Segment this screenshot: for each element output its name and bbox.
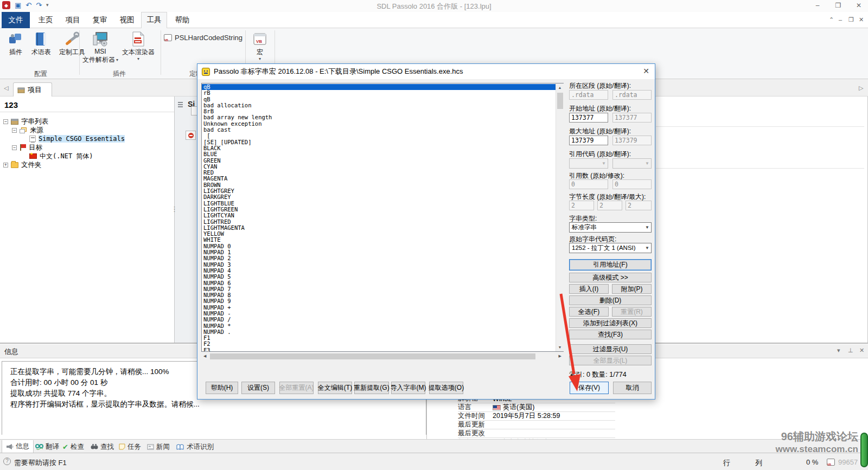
cancel-button[interactable]: 取消 xyxy=(613,382,652,394)
string-list-item[interactable]: LIGHTGREY xyxy=(203,188,563,194)
delete-button[interactable]: 删除(D) xyxy=(569,295,652,305)
insert-button[interactable]: 插入(I) xyxy=(569,284,609,294)
dialog-titlebar[interactable]: Passolo 非标字串宏 2016.12.08 - E:\下载目录\Simpl… xyxy=(197,64,655,79)
tab-home[interactable]: 主页 xyxy=(33,12,59,28)
scroll-up-icon[interactable]: ▲ xyxy=(556,83,564,89)
ref-address-button[interactable]: 引用地址(F) xyxy=(569,259,652,271)
string-list-item[interactable]: Unknown exception xyxy=(203,121,563,127)
string-list-item[interactable]: NUMPAD / xyxy=(203,317,563,323)
horizontal-scrollbar[interactable]: ◀ ▶ xyxy=(201,352,564,360)
tree-node-source[interactable]: − 来源 xyxy=(12,126,43,134)
string-list-item[interactable]: NUMPAD 7 xyxy=(203,286,563,292)
string-list-item[interactable]: NUMPAD 8 xyxy=(203,292,563,298)
string-list-item[interactable]: DARKGREY xyxy=(203,194,563,200)
string-list-item[interactable]: NUMPAD 4 xyxy=(203,268,563,274)
tree-node-source-file[interactable]: Simple CSGO Essentials xyxy=(29,134,125,143)
string-list-item[interactable]: NUMPAD * xyxy=(203,323,563,329)
save-button[interactable]: 保存(V) xyxy=(570,382,609,394)
tab-term-recognition[interactable]: 术语识别 xyxy=(173,440,218,453)
string-list-item[interactable]: MAGENTA xyxy=(203,176,563,182)
close-button[interactable]: ✕ xyxy=(851,0,867,12)
tab-tools[interactable]: 工具 xyxy=(141,12,167,28)
tab-find[interactable]: 查找 xyxy=(87,440,118,453)
scroll-right-icon[interactable]: ▶ xyxy=(559,354,561,358)
glossary-button[interactable]: 术语表 xyxy=(27,30,55,57)
string-type-combo[interactable]: 标准字串▼ xyxy=(569,222,652,233)
tree-node-folders[interactable]: + 文件夹 xyxy=(3,160,42,169)
string-list-item[interactable]: YELLOW xyxy=(203,231,563,237)
string-list-item[interactable]: NUMPAD + xyxy=(203,305,563,311)
string-list-item[interactable]: NUMPAD . xyxy=(203,329,563,335)
string-list-item[interactable]: LIGHTMAGENTA xyxy=(203,225,563,231)
string-list-item[interactable]: GREEN xyxy=(203,158,563,164)
select-all-button[interactable]: 全选(F) xyxy=(569,307,609,317)
tab-help[interactable]: 帮助 xyxy=(169,12,195,28)
full-text-edit-button[interactable]: 全文编辑(T) xyxy=(318,382,352,394)
expand-icon[interactable]: + xyxy=(3,163,8,168)
string-list-item[interactable]: qB xyxy=(202,84,556,90)
settings-button[interactable]: 设置(S) xyxy=(241,382,275,394)
string-list-item[interactable]: NUMPAD 6 xyxy=(203,280,563,286)
string-list-item[interactable]: LIGHTBLUE xyxy=(203,201,563,207)
collapse-icon[interactable]: − xyxy=(3,119,8,124)
help-button[interactable]: 帮助(H) xyxy=(206,382,238,394)
string-list-item[interactable]: NUMPAD 5 xyxy=(203,274,563,280)
advanced-mode-button[interactable]: 高级模式 >> xyxy=(569,273,652,282)
string-list-item[interactable]: LIGHTGREEN xyxy=(203,207,563,213)
chevron-down-icon[interactable]: ▾ xyxy=(837,347,840,354)
tab-view[interactable]: 视图 xyxy=(114,12,140,28)
scrollbar-thumb[interactable] xyxy=(210,353,535,359)
find-button[interactable]: 查找(F3) xyxy=(569,330,652,339)
splitter-handle[interactable]: ⋮ xyxy=(171,205,177,213)
start-address-original-field[interactable] xyxy=(569,113,608,123)
string-list-item[interactable]: WHITE xyxy=(203,237,563,243)
pane-nav-left-icon[interactable]: ◁ xyxy=(4,85,8,92)
max-address-original-field[interactable] xyxy=(569,136,608,145)
tab-project[interactable]: 项目 xyxy=(60,12,86,28)
dialog-close-icon[interactable]: ✕ xyxy=(643,67,649,75)
text-renderer-button[interactable]: 文本渲染器 ▾ xyxy=(120,30,156,61)
string-list-item[interactable]: NUMPAD 9 xyxy=(203,298,563,304)
add-to-filter-list-button[interactable]: 添加到过滤列表(X) xyxy=(569,318,652,328)
import-strings-button[interactable]: 导入字串(M) xyxy=(391,382,425,394)
tree-node-target-language[interactable]: 中文(.NET 简体) xyxy=(29,152,93,160)
panel-close-icon[interactable]: ✕ xyxy=(859,347,864,354)
doc-minimize-icon[interactable]: – xyxy=(839,16,842,23)
re-extract-button[interactable]: 重新提取(G) xyxy=(354,382,389,394)
string-list-item[interactable]: F2 xyxy=(203,341,563,347)
string-list-item[interactable]: NUMPAD 1 xyxy=(203,249,563,255)
plugins-button[interactable]: 插件 xyxy=(3,30,28,57)
tree-node-stringlists[interactable]: − 字串列表 xyxy=(3,117,48,126)
string-list-item[interactable]: BLUE xyxy=(203,151,563,157)
tree-node-target[interactable]: − 目标 xyxy=(12,143,42,152)
string-list-item[interactable]: BROWN xyxy=(203,182,563,188)
string-list-item[interactable]: F1 xyxy=(203,335,563,341)
string-list-item[interactable]: LIGHTRED xyxy=(203,219,563,225)
pane-nav-right-icon[interactable]: ▷ xyxy=(859,85,863,92)
string-list-item[interactable]: NUMPAD - xyxy=(203,311,563,317)
tab-project-pane[interactable]: 项目 xyxy=(13,82,52,97)
string-list-item[interactable]: RED xyxy=(203,170,563,176)
restore-button[interactable]: ❐ xyxy=(830,0,846,12)
extract-options-button[interactable]: 提取选项(O) xyxy=(429,382,463,394)
pin-icon[interactable]: ⊥ xyxy=(848,347,853,354)
tab-review[interactable]: 复审 xyxy=(87,12,113,28)
string-list-item[interactable]: NUMPAD 2 xyxy=(203,255,563,261)
string-list-item[interactable]: F3 xyxy=(203,347,563,352)
string-list-item[interactable]: qB xyxy=(203,96,563,102)
string-list-item[interactable]: CYAN xyxy=(203,164,563,170)
string-list-item[interactable]: [ xyxy=(203,133,563,139)
collapse-icon[interactable]: − xyxy=(12,145,17,150)
tab-news[interactable]: 新闻 xyxy=(143,440,174,453)
append-button[interactable]: 附加(P) xyxy=(612,284,652,294)
string-list-item[interactable]: bad allocation xyxy=(203,102,563,108)
doc-restore-icon[interactable]: ❐ xyxy=(848,16,854,23)
collapse-icon[interactable]: − xyxy=(12,128,17,133)
msi-parser-button[interactable]: MSI 文件解析器▾ xyxy=(82,30,118,65)
vertical-scrollbar[interactable]: ▲ ▼ xyxy=(556,83,564,351)
filter-display-button[interactable]: 过滤显示(U) xyxy=(569,344,652,354)
string-list-item[interactable]: rB xyxy=(203,90,563,96)
string-list-item[interactable]: [SE] [UPDATED] xyxy=(203,139,563,145)
tab-file[interactable]: 文件 xyxy=(2,12,30,28)
error-filter-button[interactable] xyxy=(186,131,196,140)
